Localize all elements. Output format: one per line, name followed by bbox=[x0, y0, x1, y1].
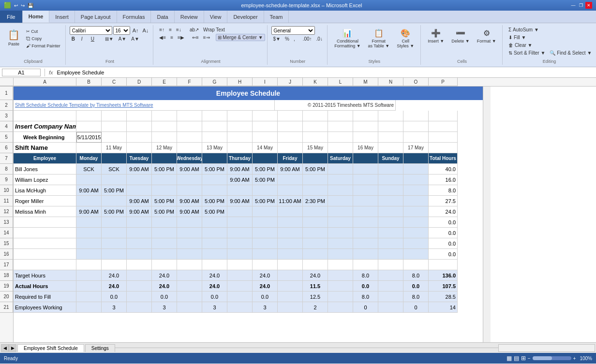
clear-button[interactable]: 🗑 Clear ▼ bbox=[507, 42, 534, 49]
cell-n11[interactable] bbox=[378, 196, 403, 206]
cell-c5[interactable] bbox=[102, 132, 127, 143]
row-header-10[interactable]: 10 bbox=[0, 185, 13, 196]
cell-k17[interactable] bbox=[303, 260, 328, 270]
cell-b15[interactable] bbox=[76, 238, 102, 249]
cell-m6[interactable]: 16 May bbox=[353, 143, 378, 153]
cell-j12[interactable] bbox=[278, 206, 303, 217]
bold-button[interactable]: B bbox=[70, 35, 78, 43]
cell-k7[interactable] bbox=[303, 153, 328, 164]
tab-insert[interactable]: Insert bbox=[49, 11, 75, 23]
cell-o5[interactable] bbox=[403, 132, 429, 143]
cell-d21[interactable] bbox=[127, 302, 152, 313]
cell-i14[interactable] bbox=[253, 228, 278, 238]
cell-n13[interactable] bbox=[378, 217, 403, 228]
cell-m19[interactable]: 0.0 bbox=[353, 281, 378, 291]
cell-m18[interactable]: 8.0 bbox=[353, 270, 378, 281]
cell-g19[interactable]: 24.0 bbox=[202, 281, 227, 291]
cell-a20[interactable]: Required to Fill bbox=[14, 291, 76, 302]
cell-k3[interactable] bbox=[303, 111, 328, 121]
cell-h6[interactable] bbox=[227, 143, 253, 153]
find-select-button[interactable]: 🔍 Find & Select ▼ bbox=[548, 49, 594, 57]
cell-f19[interactable] bbox=[177, 281, 202, 291]
cell-c19[interactable]: 24.0 bbox=[102, 281, 127, 291]
cell-b9[interactable] bbox=[76, 175, 102, 185]
cell-j16[interactable] bbox=[278, 249, 303, 260]
cell-d9[interactable] bbox=[127, 175, 152, 185]
cell-f6[interactable] bbox=[177, 143, 202, 153]
cell-g17[interactable] bbox=[202, 260, 227, 270]
font-color-button[interactable]: A▼ bbox=[129, 35, 141, 43]
zoom-in-button[interactable]: + bbox=[573, 356, 576, 361]
view-normal-icon[interactable]: ▦ bbox=[507, 355, 512, 362]
cell-n4[interactable] bbox=[378, 121, 403, 132]
cell-h19[interactable] bbox=[227, 281, 253, 291]
align-top-left-button[interactable]: ≡↑ bbox=[157, 26, 166, 33]
cell-o18[interactable]: 8.0 bbox=[403, 270, 429, 281]
cell-l11[interactable] bbox=[328, 196, 353, 206]
cell-n14[interactable] bbox=[378, 228, 403, 238]
row-header-21[interactable]: 21 bbox=[0, 302, 13, 313]
cell-e5[interactable] bbox=[152, 132, 177, 143]
cell-p20[interactable]: 28.5 bbox=[429, 291, 458, 302]
cell-h10[interactable] bbox=[227, 185, 253, 196]
cell-i8[interactable]: 5:00 PM bbox=[253, 164, 278, 175]
cell-o14[interactable] bbox=[403, 228, 429, 238]
cell-p13[interactable]: 0.0 bbox=[429, 217, 458, 228]
cell-n15[interactable] bbox=[378, 238, 403, 249]
cell-o15[interactable] bbox=[403, 238, 429, 249]
cell-f14[interactable] bbox=[177, 228, 202, 238]
angle-text-button[interactable]: ab↗ bbox=[188, 26, 201, 33]
cell-k6[interactable]: 15 May bbox=[303, 143, 328, 153]
row-header-3[interactable]: 3 bbox=[0, 111, 13, 121]
cell-l14[interactable] bbox=[328, 228, 353, 238]
col-header-o[interactable]: O bbox=[403, 78, 429, 86]
cell-h7[interactable]: Thursday bbox=[227, 153, 253, 164]
cell-i12[interactable] bbox=[253, 206, 278, 217]
cell-i7[interactable] bbox=[253, 153, 278, 164]
cell-i11[interactable]: 5:00 PM bbox=[253, 196, 278, 206]
cell-m11[interactable] bbox=[353, 196, 378, 206]
cell-e20[interactable]: 0.0 bbox=[152, 291, 177, 302]
vertical-scrollbar[interactable] bbox=[483, 87, 491, 342]
cell-k15[interactable] bbox=[303, 238, 328, 249]
cell-h5[interactable] bbox=[227, 132, 253, 143]
copy-button[interactable]: ⿻ Copy bbox=[24, 35, 62, 42]
cell-b11[interactable] bbox=[76, 196, 102, 206]
subtitle-link[interactable]: Shift Schedule Schedule Template by Time… bbox=[15, 102, 153, 108]
cell-g5[interactable] bbox=[202, 132, 227, 143]
cell-m5[interactable] bbox=[353, 132, 378, 143]
cell-i16[interactable] bbox=[253, 249, 278, 260]
cell-o17[interactable] bbox=[403, 260, 429, 270]
cell-n10[interactable] bbox=[378, 185, 403, 196]
cell-f4[interactable] bbox=[177, 121, 202, 132]
cell-b20[interactable] bbox=[76, 291, 102, 302]
merge-center-button[interactable]: ⊞ Merge & Center ▼ bbox=[216, 34, 265, 41]
cell-i17[interactable] bbox=[253, 260, 278, 270]
row-header-12[interactable]: 12 bbox=[0, 206, 13, 217]
cell-g10[interactable] bbox=[202, 185, 227, 196]
row-header-7[interactable]: 7 bbox=[0, 153, 13, 164]
cell-o16[interactable] bbox=[403, 249, 429, 260]
cell-n3[interactable] bbox=[378, 111, 403, 121]
cell-f8[interactable]: 9:00 AM bbox=[177, 164, 202, 175]
cell-a10[interactable]: Lisa McHugh bbox=[14, 185, 76, 196]
cell-a15[interactable] bbox=[14, 238, 76, 249]
cell-n5[interactable] bbox=[378, 132, 403, 143]
format-painter-button[interactable]: 🖌 Format Painter bbox=[24, 43, 62, 49]
cell-m15[interactable] bbox=[353, 238, 378, 249]
row-header-2[interactable]: 2 bbox=[0, 100, 13, 111]
cell-p12[interactable]: 24.0 bbox=[429, 206, 458, 217]
cell-h15[interactable] bbox=[227, 238, 253, 249]
cell-e14[interactable] bbox=[152, 228, 177, 238]
quick-access-redo[interactable]: ↪ bbox=[21, 3, 25, 8]
format-button[interactable]: ⚙ Format ▼ bbox=[474, 26, 499, 46]
cell-n18[interactable] bbox=[378, 270, 403, 281]
cell-k19[interactable]: 11.5 bbox=[303, 281, 328, 291]
cell-l7[interactable]: Saturday bbox=[328, 153, 353, 164]
cell-h18[interactable] bbox=[227, 270, 253, 281]
cell-g21[interactable]: 3 bbox=[202, 302, 227, 313]
cell-j5[interactable] bbox=[278, 132, 303, 143]
font-family-select[interactable]: Calibri bbox=[70, 26, 112, 35]
cell-g20[interactable]: 0.0 bbox=[202, 291, 227, 302]
col-header-d[interactable]: D bbox=[127, 78, 152, 86]
